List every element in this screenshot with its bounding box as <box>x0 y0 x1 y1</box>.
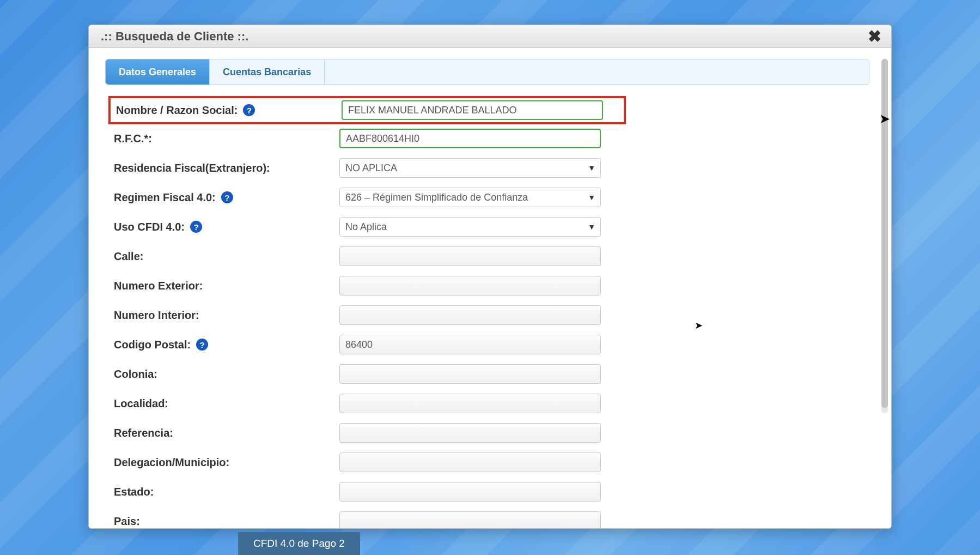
help-icon[interactable]: ? <box>196 339 208 351</box>
row-pais: Pais: <box>111 510 869 529</box>
label-usocfdi: Uso CFDI 4.0: ? <box>111 221 339 233</box>
rfc-input[interactable] <box>339 129 601 148</box>
row-residencia: Residencia Fiscal(Extranjero): NO APLICA… <box>111 157 869 179</box>
footer-tab-cfdi[interactable]: CFDI 4.0 de Pago 2 <box>238 532 360 555</box>
row-delegacion: Delegacion/Municipio: <box>111 451 869 473</box>
cp-input[interactable] <box>339 335 601 354</box>
label-numext: Numero Exterior: <box>111 280 339 292</box>
scrollbar-track[interactable] <box>881 59 888 413</box>
numext-input[interactable] <box>339 276 601 295</box>
localidad-input[interactable] <box>339 394 601 413</box>
modal-header: .:: Busqueda de Cliente ::. ✖ <box>89 25 891 48</box>
colonia-input[interactable] <box>339 364 601 384</box>
help-icon[interactable]: ? <box>243 104 255 116</box>
row-usocfdi: Uso CFDI 4.0: ? No Aplica ▼ <box>111 216 869 238</box>
row-colonia: Colonia: <box>111 363 869 385</box>
close-icon[interactable]: ✖ <box>868 28 881 45</box>
delegacion-input[interactable] <box>339 453 601 472</box>
residencia-select[interactable]: NO APLICA <box>339 158 601 178</box>
row-estado: Estado: <box>111 481 869 503</box>
client-search-modal: .:: Busqueda de Cliente ::. ✖ Datos Gene… <box>88 25 892 529</box>
label-cp: Codigo Postal: ? <box>111 339 339 351</box>
scrollbar-thumb[interactable] <box>881 59 888 408</box>
label-pais: Pais: <box>111 515 339 528</box>
label-numint: Numero Interior: <box>111 309 339 322</box>
modal-body: Datos Generales Cuentas Bancarias Nombre… <box>89 48 891 528</box>
label-residencia: Residencia Fiscal(Extranjero): <box>111 162 339 174</box>
help-icon[interactable]: ? <box>221 191 233 203</box>
calle-input[interactable] <box>339 246 601 266</box>
referencia-input[interactable] <box>339 423 601 443</box>
modal-title: .:: Busqueda de Cliente ::. <box>101 29 248 44</box>
label-colonia: Colonia: <box>111 368 339 381</box>
tab-cuentas-bancarias[interactable]: Cuentas Bancarias <box>210 59 325 85</box>
row-cp: Codigo Postal: ? <box>111 334 869 355</box>
regimen-select[interactable]: 626 – Régimen Simplificado de Confianza <box>339 188 601 207</box>
nombre-input[interactable] <box>342 100 603 120</box>
row-rfc: R.F.C.*: <box>111 128 869 149</box>
label-referencia: Referencia: <box>111 427 339 439</box>
label-localidad: Localidad: <box>111 397 339 410</box>
row-localidad: Localidad: <box>111 393 869 414</box>
label-calle: Calle: <box>111 250 339 263</box>
row-regimen: Regimen Fiscal 4.0: ? 626 – Régimen Simp… <box>111 186 869 208</box>
label-regimen: Regimen Fiscal 4.0: ? <box>111 191 339 204</box>
estado-input[interactable] <box>339 482 601 502</box>
row-nombre: Nombre / Razon Social: ? <box>108 96 626 124</box>
help-icon[interactable]: ? <box>190 221 202 233</box>
numint-input[interactable] <box>339 305 601 325</box>
label-estado: Estado: <box>111 486 339 498</box>
label-delegacion: Delegacion/Municipio: <box>111 456 339 469</box>
form-datos-generales: Nombre / Razon Social: ? R.F.C.*: Reside… <box>105 85 875 529</box>
row-referencia: Referencia: <box>111 422 869 444</box>
tabs: Datos Generales Cuentas Bancarias <box>105 59 869 85</box>
usocfdi-select[interactable]: No Aplica <box>339 217 601 237</box>
tab-datos-generales[interactable]: Datos Generales <box>106 59 210 85</box>
row-numext: Numero Exterior: <box>111 275 869 297</box>
pais-input[interactable] <box>339 511 601 529</box>
row-numint: Numero Interior: <box>111 304 869 326</box>
label-rfc: R.F.C.*: <box>111 132 339 145</box>
label-nombre: Nombre / Razon Social: ? <box>113 104 342 117</box>
row-calle: Calle: <box>111 245 869 267</box>
